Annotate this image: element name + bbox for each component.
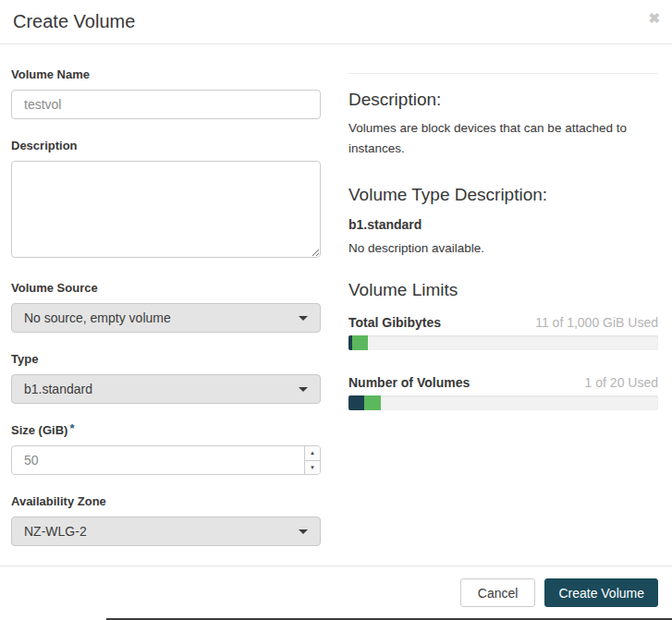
volume-name-label: Volume Name xyxy=(11,67,321,81)
type-field: Type b1.standard xyxy=(11,352,321,404)
size-input[interactable] xyxy=(11,445,321,475)
description-label: Description xyxy=(11,139,321,152)
availability-zone-field: Availability Zone NZ-WLG-2 xyxy=(11,494,321,546)
volume-source-field: Volume Source No source, empty volume xyxy=(11,281,321,333)
form-column: Volume Name Description Volume Source No… xyxy=(11,67,321,565)
volume-name-input[interactable] xyxy=(11,90,321,119)
create-volume-modal: Create Volume ✖ Volume Name Description … xyxy=(0,0,672,620)
size-field: Size (GiB)* ▲ ▼ xyxy=(11,423,321,475)
availability-zone-label: Availability Zone xyxy=(11,494,321,508)
modal-header: Create Volume ✖ xyxy=(0,0,672,44)
chevron-down-icon xyxy=(299,387,308,392)
description-field: Description xyxy=(11,139,321,261)
close-button[interactable]: ✖ xyxy=(648,11,660,25)
availability-zone-selected: NZ-WLG-2 xyxy=(24,524,87,539)
spinner-down-button[interactable]: ▼ xyxy=(305,461,320,475)
description-text: Volumes are block devices that can be at… xyxy=(348,118,658,158)
chevron-down-icon xyxy=(299,529,308,534)
arrow-down-icon: ▼ xyxy=(310,465,315,470)
limit-head: Total Gibibytes 11 of 1,000 GiB Used xyxy=(348,315,658,330)
spinner-up-button[interactable]: ▲ xyxy=(305,446,320,461)
type-select[interactable]: b1.standard xyxy=(11,374,321,404)
arrow-up-icon: ▲ xyxy=(310,450,315,456)
volume-limits-heading: Volume Limits xyxy=(348,280,658,300)
type-description-heading: Volume Type Description: xyxy=(348,185,658,205)
limit-head: Number of Volumes 1 of 20 Used xyxy=(348,375,658,390)
limit-number-of-volumes: Number of Volumes 1 of 20 Used xyxy=(348,375,658,410)
limit-label: Number of Volumes xyxy=(348,375,470,390)
availability-zone-select[interactable]: NZ-WLG-2 xyxy=(11,517,321,546)
description-textarea[interactable] xyxy=(11,161,321,258)
info-divider xyxy=(348,73,658,74)
progress-added-segment xyxy=(352,335,368,350)
type-description: No description available. xyxy=(348,241,658,255)
limit-label: Total Gibibytes xyxy=(348,315,441,330)
volumes-progress-bar xyxy=(348,395,658,410)
size-label: Size (GiB)* xyxy=(11,423,321,437)
modal-title: Create Volume xyxy=(13,11,135,32)
volume-source-selected: No source, empty volume xyxy=(24,310,171,325)
limit-usage: 11 of 1,000 GiB Used xyxy=(535,315,658,330)
info-column: Description: Volumes are block devices t… xyxy=(348,67,658,565)
progress-added-segment xyxy=(364,395,380,410)
close-icon: ✖ xyxy=(648,10,660,26)
size-input-wrap: ▲ ▼ xyxy=(11,445,321,475)
type-selected: b1.standard xyxy=(24,382,92,396)
progress-used-segment xyxy=(348,395,364,410)
cancel-button[interactable]: Cancel xyxy=(460,578,536,607)
modal-footer: Cancel Create Volume xyxy=(0,565,672,620)
modal-body: Volume Name Description Volume Source No… xyxy=(0,44,672,565)
limit-usage: 1 of 20 Used xyxy=(585,375,658,390)
type-label: Type xyxy=(11,352,321,366)
chevron-down-icon xyxy=(299,316,308,321)
type-name: b1.standard xyxy=(348,217,658,232)
required-asterisk: * xyxy=(69,421,74,435)
gibibytes-progress-bar xyxy=(348,335,658,350)
size-spinner: ▲ ▼ xyxy=(304,446,320,474)
description-heading: Description: xyxy=(348,90,658,110)
volume-name-field: Volume Name xyxy=(11,67,321,119)
create-volume-button[interactable]: Create Volume xyxy=(544,578,658,607)
volume-source-label: Volume Source xyxy=(11,281,321,295)
volume-source-select[interactable]: No source, empty volume xyxy=(11,303,321,333)
limit-total-gibibytes: Total Gibibytes 11 of 1,000 GiB Used xyxy=(348,315,658,350)
